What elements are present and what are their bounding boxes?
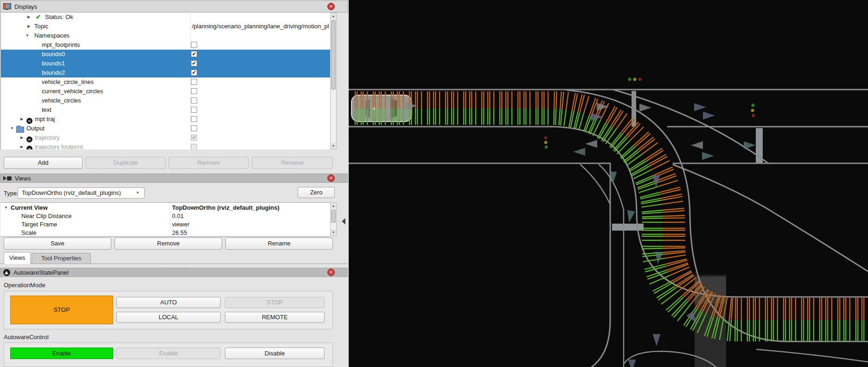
visibility-checkbox[interactable] [191,79,197,85]
save-view-button[interactable]: Save [4,238,111,250]
visibility-checkbox[interactable] [191,107,197,113]
property-name: Target Frame [21,220,57,229]
tab-tool-properties[interactable]: Tool Properties [32,253,91,264]
tree-row-trajectory[interactable]: ▶wtrajectory✔ [1,133,331,142]
view-property-row[interactable]: Near Clip Distance0.01 [0,212,330,220]
displays-close-button[interactable]: ✕ [327,3,335,10]
property-value[interactable]: 26.55 [172,229,187,237]
tree-row-bounds0[interactable]: bounds0✔ [1,50,331,59]
lane-direction-arrow-icon [573,148,585,156]
tree-row-label: Status: Ok [45,13,73,22]
remove-view-button[interactable]: Remove [115,238,222,250]
enable-active-button[interactable]: Enable [10,348,113,359]
rename-view-button[interactable]: Rename [225,238,333,250]
tree-row-label: vehicle_circle_lines [42,77,94,87]
autoware-close-button[interactable]: ✕ [327,269,335,276]
duplicate-button[interactable]: Duplicate [86,157,166,169]
views-close-button[interactable]: ✕ [327,174,335,182]
views-panel-header[interactable]: Views [0,174,348,183]
traffic-light-dot [628,78,632,81]
tree-row-topic[interactable]: ▶Topic/planning/scenario_planning/lane_d… [1,22,331,31]
expand-arrow-icon[interactable]: ▶ [27,22,30,31]
visibility-checkbox[interactable]: ✔ [191,70,197,76]
tree-row-output[interactable]: ▼Output [1,124,331,133]
expand-arrow-icon[interactable]: ▶ [20,142,23,149]
tree-row-namespaces[interactable]: ▼Namespaces [1,31,331,40]
auto-button[interactable]: AUTO [116,297,221,308]
visibility-checkbox[interactable] [191,88,197,94]
displays-scrollbar[interactable]: ▲ ▼ [330,13,337,149]
view-property-row[interactable]: Target Frameviewer [0,220,330,229]
lane-direction-arrow-icon [694,103,706,111]
chevron-down-icon: ▼ [136,188,140,198]
trajectory-bound-tick-orange [606,106,615,122]
tree-row-mpt-footprints[interactable]: mpt_footprints [1,40,331,50]
property-value[interactable]: viewer [172,220,190,229]
tree-row-text[interactable]: text [1,105,331,115]
add-button[interactable]: Add [4,157,83,169]
autoware-display-icon: w [26,115,32,124]
views-scrollbar[interactable]: ▲ ▼ [330,202,337,236]
remote-button[interactable]: REMOTE [225,312,325,323]
collapse-arrow-icon[interactable]: ▼ [10,124,14,133]
lane-direction-arrow-icon [691,142,703,149]
visibility-checkbox[interactable] [191,116,197,122]
expand-arrow-icon[interactable]: ▶ [20,133,23,142]
expand-arrow-icon[interactable]: ▶ [20,115,23,124]
expand-arrow-icon[interactable]: ▶ [27,13,30,22]
property-value[interactable]: 0.01 [172,212,184,220]
trajectory-bound-tick-green [639,187,658,193]
tree-row-status-ok[interactable]: ▶✔Status: Ok [1,13,331,22]
enable-disabled-button[interactable]: Enable [116,348,221,359]
tree-row-vehicle-circles[interactable]: vehicle_circles [1,96,331,105]
trajectory-bound-tick-orange [735,298,736,320]
stop-disabled-button[interactable]: STOP [225,297,325,308]
collapse-arrow-icon[interactable]: ▼ [26,31,29,40]
disable-button[interactable]: Disable [225,348,325,359]
local-button[interactable]: LOCAL [116,312,221,323]
tab-views[interactable]: Views [4,252,31,264]
view-property-row[interactable]: ▼Current ViewTopDownOrtho (rviz_default_… [0,204,330,212]
current-view-table[interactable]: ▼Current ViewTopDownOrtho (rviz_default_… [0,202,330,237]
zero-button[interactable]: Zero [298,187,335,198]
displays-tree[interactable]: ▶✔Status: Ok▶Topic/planning/scenario_pla… [0,13,331,149]
displays-panel-header[interactable]: Displays [0,0,348,13]
tree-row-bounds2[interactable]: bounds2✔ [1,68,331,77]
tree-row-mpt-traj[interactable]: ▶wmpt traj [1,115,331,124]
resize-handle-dots[interactable]: · · · · · · [158,151,191,154]
view-property-row[interactable]: Scale26.55 [0,229,330,237]
visibility-checkbox[interactable]: ✔ [191,51,197,57]
visibility-checkbox[interactable] [191,42,197,48]
trajectory-bound-tick-green [559,109,560,125]
trajectory-bound-tick-orange [566,92,568,109]
tree-row-vehicle-circle-lines[interactable]: vehicle_circle_lines [1,77,331,87]
tree-row-trajectory-footprint[interactable]: ▶wtrajectory footprint [1,142,331,149]
trajectory-bound-tick-orange [560,91,562,109]
property-value[interactable]: TopDownOrtho (rviz_default_plugins) [172,204,280,212]
stop-active-button[interactable]: STOP [10,296,113,324]
tree-row-current-vehicle-circles[interactable]: current_vehicle_circles [1,87,331,96]
visibility-checkbox[interactable] [191,125,197,131]
visibility-checkbox[interactable]: ✔ [191,60,197,66]
topic-value: /planning/scenario_planning/lane_driving… [192,22,330,31]
views-panel-title: Views [15,175,31,182]
view-type-value: TopDownOrtho (rviz_default_plugins) [22,189,121,196]
trajectory-bound-tick-green [620,145,634,158]
lane-direction-arrow-icon [702,152,714,160]
lane-direction-arrow-icon [655,251,663,264]
collapse-arrow-icon[interactable]: ▼ [4,204,8,212]
visibility-checkbox[interactable]: ✔ [191,135,197,141]
tree-row-label: Namespaces [34,31,70,40]
trajectory-bound-tick-orange [584,96,589,113]
tree-row-label: trajectory footprint [35,142,83,149]
autoware-state-panel-header[interactable]: AutowareStatePanel [0,268,348,277]
splitter-collapse-icon[interactable] [342,218,345,225]
visibility-checkbox[interactable] [191,144,197,149]
visibility-checkbox[interactable] [191,97,197,103]
view-type-dropdown[interactable]: TopDownOrtho (rviz_default_plugins) ▼ [18,187,145,199]
render-viewport-3d[interactable] [349,0,868,367]
tree-row-label: trajectory [35,133,59,142]
tree-row-bounds1[interactable]: bounds1✔ [1,59,331,68]
remove-display-button[interactable]: Remove [169,157,249,169]
rename-display-button[interactable]: Rename [252,157,333,169]
